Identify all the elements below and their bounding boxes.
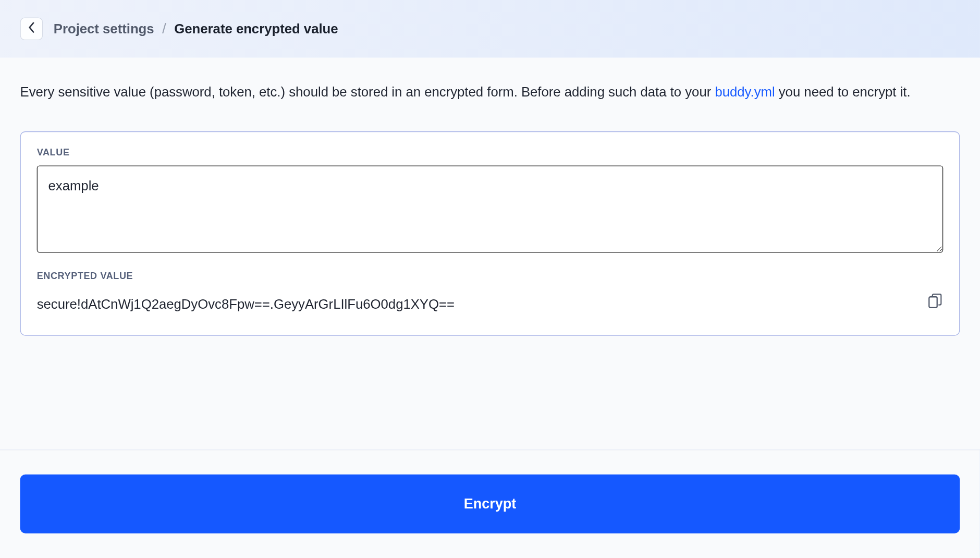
copy-button[interactable] (927, 294, 943, 310)
description-text-before: Every sensitive value (password, token, … (20, 84, 715, 99)
buddy-yml-link[interactable]: buddy.yml (715, 84, 775, 99)
svg-rect-0 (929, 297, 937, 308)
page-description: Every sensitive value (password, token, … (20, 79, 960, 105)
copy-icon (928, 293, 942, 310)
encrypt-card: VALUE ENCRYPTED VALUE secure!dAtCnWj1Q2a… (20, 131, 960, 336)
footer: Encrypt (0, 450, 980, 557)
value-input[interactable] (37, 165, 944, 252)
chevron-left-icon (28, 22, 35, 35)
encrypt-button[interactable]: Encrypt (20, 475, 960, 533)
encrypted-value-label: ENCRYPTED VALUE (37, 270, 944, 281)
encrypted-section: ENCRYPTED VALUE secure!dAtCnWj1Q2aegDyOv… (37, 270, 944, 315)
value-label: VALUE (37, 147, 944, 157)
back-button[interactable] (20, 17, 43, 40)
encrypted-value-output: secure!dAtCnWj1Q2aegDyOvc8Fpw==.GeyyArGr… (37, 289, 916, 315)
page-header: Project settings / Generate encrypted va… (0, 0, 980, 58)
breadcrumb-parent[interactable]: Project settings (54, 21, 154, 37)
main-content: Every sensitive value (password, token, … (0, 58, 980, 336)
breadcrumb-current: Generate encrypted value (174, 21, 338, 37)
description-text-after: you need to encrypt it. (775, 84, 911, 99)
breadcrumb-separator: / (162, 20, 166, 38)
